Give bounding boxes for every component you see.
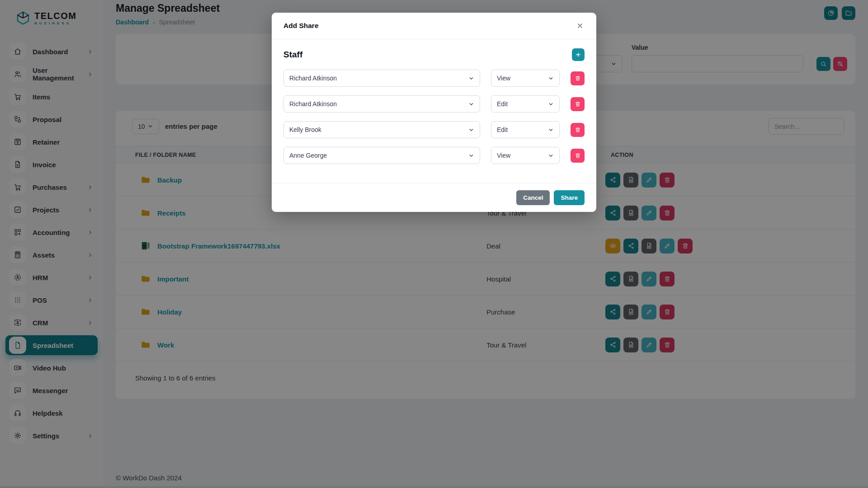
chevron-down-icon bbox=[548, 127, 554, 133]
remove-share-row-button[interactable] bbox=[571, 149, 585, 163]
modal-header: Add Share bbox=[272, 13, 596, 39]
permission-select[interactable]: View bbox=[491, 147, 560, 164]
share-button[interactable]: Share bbox=[554, 190, 585, 205]
modal-title: Add Share bbox=[283, 22, 319, 30]
modal-close-button[interactable] bbox=[576, 21, 585, 30]
remove-share-row-button[interactable] bbox=[571, 71, 585, 85]
modal-footer: Cancel Share bbox=[272, 183, 596, 212]
chevron-down-icon bbox=[468, 153, 474, 159]
chevron-down-icon bbox=[468, 75, 474, 81]
trash-icon bbox=[575, 127, 581, 133]
chevron-down-icon bbox=[548, 101, 554, 107]
plus-icon bbox=[575, 52, 581, 58]
chevron-down-icon bbox=[548, 153, 554, 159]
permission-select[interactable]: View bbox=[491, 70, 560, 87]
add-share-modal: Add Share Staff Richard AtkinsonViewRich… bbox=[272, 13, 596, 212]
remove-share-row-button[interactable] bbox=[571, 97, 585, 111]
trash-icon bbox=[575, 75, 581, 81]
share-rows: Richard AtkinsonViewRichard AtkinsonEdit… bbox=[283, 70, 585, 164]
permission-select[interactable]: Edit bbox=[491, 95, 560, 113]
share-row: Kelly BrookEdit bbox=[283, 121, 585, 138]
close-icon bbox=[576, 22, 584, 29]
chevron-down-icon bbox=[548, 75, 554, 81]
trash-icon bbox=[575, 101, 581, 107]
share-row: Anne GeorgeView bbox=[283, 147, 585, 164]
staff-select[interactable]: Anne George bbox=[283, 147, 480, 164]
add-staff-row-button[interactable] bbox=[572, 48, 585, 61]
trash-icon bbox=[575, 152, 581, 159]
staff-select[interactable]: Richard Atkinson bbox=[283, 95, 480, 113]
remove-share-row-button[interactable] bbox=[571, 123, 585, 137]
chevron-down-icon bbox=[468, 127, 474, 133]
chevron-down-icon bbox=[468, 101, 474, 107]
staff-section-title: Staff bbox=[283, 50, 302, 60]
staff-select[interactable]: Richard Atkinson bbox=[283, 70, 480, 87]
modal-body: Staff Richard AtkinsonViewRichard Atkins… bbox=[272, 39, 596, 183]
staff-select[interactable]: Kelly Brook bbox=[283, 121, 480, 138]
cancel-button[interactable]: Cancel bbox=[516, 190, 550, 205]
share-row: Richard AtkinsonEdit bbox=[283, 95, 585, 113]
share-row: Richard AtkinsonView bbox=[283, 70, 585, 87]
permission-select[interactable]: Edit bbox=[491, 121, 560, 138]
